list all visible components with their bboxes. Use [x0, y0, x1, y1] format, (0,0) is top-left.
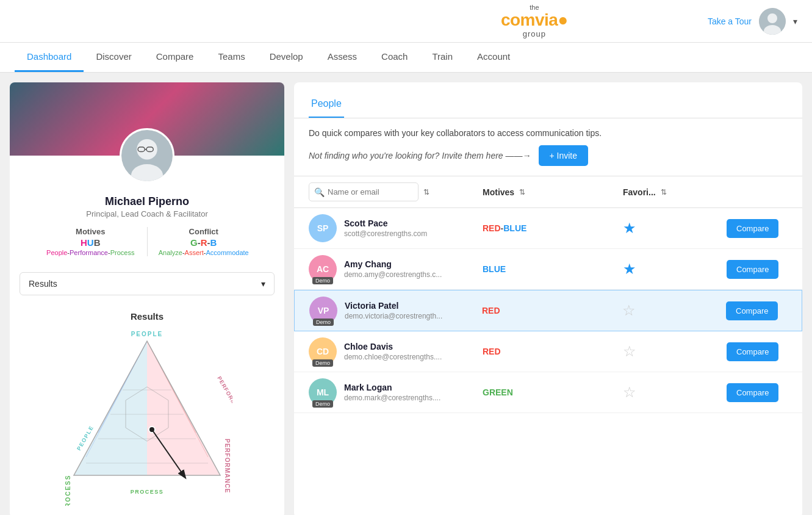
- person-avatar-wrap: AC Demo: [309, 255, 337, 283]
- motives-sort-button[interactable]: ⇅: [519, 188, 525, 196]
- favorites-sort-button[interactable]: ⇅: [661, 188, 667, 196]
- main-nav: Dashboard Discover Compare Teams Develop…: [0, 43, 812, 73]
- name-sort-button[interactable]: ⇅: [423, 188, 429, 196]
- nav-develop[interactable]: Develop: [257, 43, 315, 72]
- people-list: SP Scott Pace scott@corestrengths.com RE…: [294, 208, 802, 413]
- right-panel: People Do quick compares with your key c…: [294, 82, 802, 515]
- header-right: Take a Tour ▾: [708, 8, 797, 35]
- top-header: the comvia● group Take a Tour ▾: [0, 0, 812, 43]
- person-email: demo.mark@corestrengths....: [344, 394, 440, 402]
- table-header: 🔍 ⇅ Motives ⇅ Favori... ⇅: [294, 176, 802, 208]
- logo-area: the comvia● group: [361, 4, 708, 38]
- person-name: Scott Pace: [344, 218, 427, 228]
- conflict-score-group: Conflict G-R-B Analyze-Assert-Accommodat…: [148, 227, 260, 256]
- person-details: Amy Chang demo.amy@corestrengths.c...: [344, 259, 442, 279]
- compare-button[interactable]: Compare: [727, 383, 778, 402]
- table-row: ML Demo Mark Logan demo.mark@corestrengt…: [294, 372, 802, 413]
- profile-banner: [10, 82, 284, 156]
- nav-account[interactable]: Account: [465, 43, 522, 72]
- person-name: Victoria Patel: [345, 301, 442, 311]
- triangle-chart-svg: PEOPLE PERFORMANCE PROCESS PEOPLE PERFOR…: [62, 329, 232, 506]
- compare-cell: Compare: [727, 219, 788, 238]
- triangle-chart-container: PEOPLE PERFORMANCE PROCESS PEOPLE PERFOR…: [22, 329, 272, 506]
- person-info: AC Demo Amy Chang demo.amy@corestrengths…: [309, 255, 476, 283]
- not-finding-text: Not finding who you're looking for? Invi…: [309, 151, 531, 160]
- motives-sub: People-Performance-Process: [40, 249, 141, 256]
- nav-discover[interactable]: Discover: [84, 43, 143, 72]
- grb-value: G-R-B: [154, 237, 254, 248]
- person-info: SP Scott Pace scott@corestrengths.com: [309, 214, 476, 242]
- person-avatar: SP: [309, 214, 337, 242]
- nav-teams[interactable]: Teams: [206, 43, 257, 72]
- person-info: VP Demo Victoria Patel demo.victoria@cor…: [309, 297, 476, 325]
- person-favorite[interactable]: ☆: [623, 343, 720, 360]
- person-favorite[interactable]: ★: [623, 220, 720, 237]
- demo-badge: Demo: [313, 319, 334, 326]
- favorite-button[interactable]: ★: [623, 261, 636, 278]
- favorite-button[interactable]: ☆: [623, 343, 636, 360]
- tab-people[interactable]: People: [309, 92, 344, 118]
- person-email: demo.amy@corestrengths.c...: [344, 270, 442, 279]
- favorites-col-header: Favori... ⇅: [623, 187, 720, 197]
- invite-description: Do quick compares with your key collabor…: [309, 128, 788, 138]
- tab-header: People: [294, 82, 802, 118]
- nav-train[interactable]: Train: [420, 43, 465, 72]
- person-favorite[interactable]: ★: [623, 261, 720, 278]
- person-favorite[interactable]: ☆: [622, 302, 720, 319]
- nav-dashboard[interactable]: Dashboard: [15, 43, 84, 72]
- dropdown-arrow-icon: ▾: [261, 279, 265, 289]
- hub-value: HUB: [40, 237, 141, 248]
- profile-scores: Motives HUB People-Performance-Process C…: [22, 227, 272, 256]
- person-email: demo.chloe@corestrengths....: [344, 353, 442, 361]
- svg-text:PROCESS: PROCESS: [65, 475, 71, 506]
- svg-point-1: [767, 13, 777, 23]
- compare-cell: Compare: [727, 342, 788, 361]
- chart-area: Results: [10, 305, 284, 515]
- table-row: SP Scott Pace scott@corestrengths.com RE…: [294, 208, 802, 249]
- compare-button[interactable]: Compare: [727, 219, 778, 238]
- profile-name: Michael Piperno: [22, 195, 272, 208]
- person-favorite[interactable]: ☆: [623, 384, 720, 401]
- person-motive: RED: [483, 346, 617, 357]
- person-details: Victoria Patel demo.victoria@corestrengt…: [345, 301, 442, 320]
- person-name: Mark Logan: [344, 383, 440, 392]
- left-panel: Michael Piperno Principal, Lead Coach & …: [10, 82, 284, 515]
- invite-button[interactable]: + Invite: [539, 145, 589, 166]
- compare-button[interactable]: Compare: [727, 260, 778, 279]
- results-dropdown[interactable]: Results ▾: [20, 272, 275, 295]
- compare-button[interactable]: Compare: [726, 301, 778, 320]
- person-motive: RED-BLUE: [483, 223, 617, 234]
- person-details: Chloe Davis demo.chloe@corestrengths....: [344, 342, 442, 361]
- svg-text:PROCESS: PROCESS: [131, 489, 164, 495]
- take-tour-link[interactable]: Take a Tour: [708, 16, 752, 26]
- logo: the comvia● group: [501, 4, 568, 38]
- logo-comvia: comvia●: [501, 11, 568, 30]
- nav-assess[interactable]: Assess: [315, 43, 369, 72]
- person-info: ML Demo Mark Logan demo.mark@corestrengt…: [309, 378, 476, 406]
- demo-badge: Demo: [312, 400, 333, 408]
- person-email: scott@corestrengths.com: [344, 229, 427, 238]
- favorite-button[interactable]: ★: [623, 220, 636, 237]
- search-wrap: 🔍: [309, 182, 419, 201]
- profile-info: Michael Piperno Principal, Lead Coach & …: [10, 189, 284, 262]
- person-name: Amy Chang: [344, 259, 442, 269]
- person-motive: RED: [482, 305, 616, 316]
- compare-cell: Compare: [727, 260, 788, 279]
- nav-coach[interactable]: Coach: [369, 43, 420, 72]
- person-email: demo.victoria@corestrength...: [345, 312, 442, 320]
- person-avatar-wrap: ML Demo: [309, 378, 337, 406]
- logo-group: group: [501, 30, 568, 38]
- favorite-button[interactable]: ☆: [622, 302, 636, 319]
- nav-compare[interactable]: Compare: [144, 43, 206, 72]
- user-avatar[interactable]: [759, 8, 786, 35]
- main-content: Michael Piperno Principal, Lead Coach & …: [0, 73, 812, 515]
- user-menu-chevron[interactable]: ▾: [793, 16, 797, 26]
- table-row: VP Demo Victoria Patel demo.victoria@cor…: [294, 290, 802, 331]
- search-input[interactable]: [309, 182, 419, 201]
- profile-title: Principal, Lead Coach & Facilitator: [22, 209, 272, 218]
- compare-button[interactable]: Compare: [727, 342, 778, 361]
- conflict-sub: Analyze-Assert-Accommodate: [154, 249, 254, 256]
- favorite-button[interactable]: ☆: [623, 384, 636, 401]
- invite-row: Not finding who you're looking for? Invi…: [309, 145, 788, 166]
- motives-score-group: Motives HUB People-Performance-Process: [34, 227, 148, 256]
